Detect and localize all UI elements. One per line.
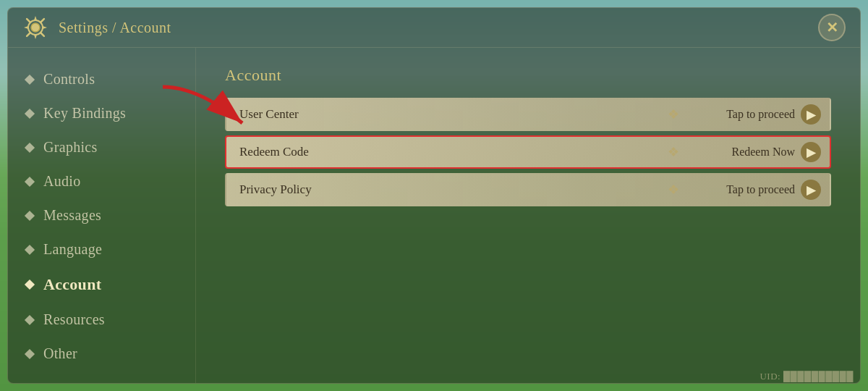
user-center-action-button[interactable]: ▶ xyxy=(801,104,821,125)
sidebar-item-label: Messages xyxy=(43,207,101,224)
divider-diamond: ❖ xyxy=(668,106,679,122)
settings-panel: Settings / Account ✕ Controls Key Bindin… xyxy=(7,7,861,384)
uid-display: UID: ██████████ xyxy=(760,371,854,382)
bullet-icon xyxy=(25,279,35,290)
bullet-icon xyxy=(25,314,35,324)
section-title: Account xyxy=(225,66,831,85)
sidebar-item-keybindings[interactable]: Key Bindings xyxy=(8,96,195,130)
header: Settings / Account ✕ xyxy=(8,8,860,48)
sidebar-item-audio[interactable]: Audio xyxy=(8,164,195,198)
redeem-code-label: Redeem Code xyxy=(226,145,662,159)
user-center-action-text: Tap to proceed xyxy=(726,108,795,121)
close-button[interactable]: ✕ xyxy=(818,14,846,41)
content-area: Controls Key Bindings Graphics Audio Mes… xyxy=(8,48,860,383)
sidebar: Controls Key Bindings Graphics Audio Mes… xyxy=(8,48,196,383)
bullet-icon xyxy=(25,244,35,254)
user-center-action: Tap to proceed ▶ xyxy=(685,104,830,125)
sidebar-item-label: Resources xyxy=(43,311,105,328)
bullet-icon xyxy=(25,210,35,220)
sidebar-item-label: Audio xyxy=(43,173,81,190)
sidebar-item-label: Other xyxy=(43,345,77,362)
privacy-policy-action-text: Tap to proceed xyxy=(726,183,795,196)
main-content: Account User Center ❖ Tap to proceed ▶ R… xyxy=(196,48,860,383)
user-center-label: User Center xyxy=(226,107,662,122)
bullet-icon xyxy=(25,74,35,84)
sidebar-item-messages[interactable]: Messages xyxy=(8,198,195,232)
redeem-code-action: Redeem Now ▶ xyxy=(685,142,830,162)
bullet-icon xyxy=(25,108,35,118)
bullet-icon xyxy=(25,142,35,152)
sidebar-item-controls[interactable]: Controls xyxy=(8,62,195,96)
divider-diamond: ❖ xyxy=(668,144,679,160)
privacy-policy-row[interactable]: Privacy Policy ❖ Tap to proceed ▶ xyxy=(225,173,831,206)
divider-diamond: ❖ xyxy=(668,182,679,198)
svg-point-0 xyxy=(31,23,40,32)
privacy-policy-action: Tap to proceed ▶ xyxy=(685,180,830,200)
sidebar-item-label: Account xyxy=(43,275,101,294)
privacy-policy-action-button[interactable]: ▶ xyxy=(801,180,821,200)
redeem-code-action-button[interactable]: ▶ xyxy=(801,142,821,162)
sidebar-item-label: Graphics xyxy=(43,139,98,156)
sidebar-item-label: Controls xyxy=(43,71,95,88)
bullet-icon xyxy=(25,176,35,186)
redeem-code-row[interactable]: Redeem Code ❖ Redeem Now ▶ xyxy=(225,135,831,169)
header-title: Settings / Account xyxy=(59,20,171,36)
sidebar-item-resources[interactable]: Resources xyxy=(8,303,195,337)
sidebar-item-label: Key Bindings xyxy=(43,105,126,122)
sidebar-item-account[interactable]: Account xyxy=(8,266,195,303)
gear-icon xyxy=(22,14,48,41)
redeem-code-action-text: Redeem Now xyxy=(731,146,795,159)
bullet-icon xyxy=(25,348,35,358)
sidebar-item-language[interactable]: Language xyxy=(8,232,195,266)
privacy-policy-label: Privacy Policy xyxy=(226,182,662,197)
sidebar-item-label: Language xyxy=(43,241,102,258)
sidebar-item-other[interactable]: Other xyxy=(8,337,195,371)
user-center-row[interactable]: User Center ❖ Tap to proceed ▶ xyxy=(225,98,831,131)
sidebar-item-graphics[interactable]: Graphics xyxy=(8,130,195,164)
